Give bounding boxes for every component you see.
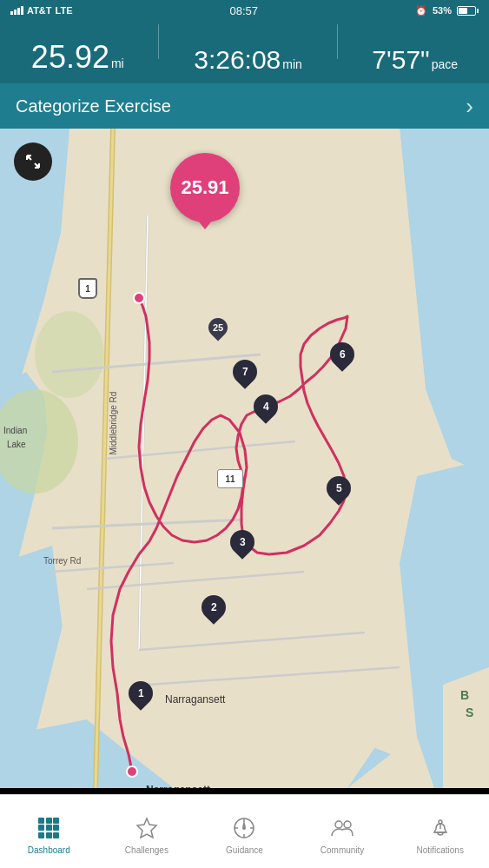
signal-bar-3 bbox=[17, 8, 20, 15]
stat-divider-2 bbox=[337, 24, 338, 59]
categorize-header[interactable]: Categorize Exercise › bbox=[0, 83, 489, 129]
status-right: ⏰ 53% bbox=[415, 5, 479, 17]
svg-point-29 bbox=[335, 821, 342, 828]
challenges-icon bbox=[135, 816, 159, 840]
distance-stat: 25.92mi bbox=[31, 42, 124, 73]
notifications-label: Notifications bbox=[416, 845, 463, 855]
highway-shield: 1 bbox=[78, 278, 97, 299]
svg-marker-21 bbox=[137, 818, 156, 838]
duration-unit: min bbox=[282, 57, 302, 71]
signal-bars bbox=[10, 6, 23, 15]
svg-point-1 bbox=[35, 311, 104, 398]
distance-bubble: 25.91 bbox=[170, 153, 240, 222]
battery-icon bbox=[457, 6, 479, 16]
dashboard-label: Dashboard bbox=[28, 845, 70, 855]
categorize-chevron: › bbox=[466, 93, 473, 120]
nav-item-notifications[interactable]: Notifications bbox=[391, 795, 489, 868]
duration-stat: 3:26:08min bbox=[194, 47, 302, 73]
battery-percent: 53% bbox=[433, 5, 452, 16]
community-icon bbox=[330, 816, 354, 840]
alarm-icon: ⏰ bbox=[415, 5, 427, 17]
status-left: AT&T LTE bbox=[10, 5, 72, 16]
stats-bar: 25.92mi 3:26:08min 7'57"pace bbox=[0, 21, 489, 83]
status-bar: AT&T LTE 08:57 ⏰ 53% bbox=[0, 0, 489, 21]
svg-point-30 bbox=[344, 821, 351, 828]
challenges-label: Challenges bbox=[125, 845, 169, 855]
bottom-nav: Dashboard Challenges Guidance bbox=[0, 794, 489, 868]
nav-item-dashboard[interactable]: Dashboard bbox=[0, 795, 98, 868]
guidance-label: Guidance bbox=[226, 845, 263, 855]
signal-bar-4 bbox=[21, 6, 23, 15]
collapse-button[interactable] bbox=[14, 142, 52, 181]
pace-value: 7'57" bbox=[372, 45, 429, 74]
svg-marker-28 bbox=[242, 820, 246, 827]
nav-item-community[interactable]: Community bbox=[294, 795, 392, 868]
notifications-icon bbox=[428, 816, 453, 840]
pace-stat: 7'57"pace bbox=[372, 47, 458, 73]
svg-point-14 bbox=[134, 293, 144, 303]
network-label: LTE bbox=[56, 5, 73, 16]
bubble-distance: 25.91 bbox=[181, 176, 228, 199]
distance-unit: mi bbox=[111, 56, 124, 70]
stat-divider-1 bbox=[158, 24, 159, 59]
map-svg bbox=[0, 129, 489, 788]
categorize-title: Categorize Exercise bbox=[16, 96, 171, 116]
svg-point-13 bbox=[127, 766, 137, 777]
carrier-label: AT&T bbox=[27, 5, 52, 16]
signal-bar-2 bbox=[14, 10, 17, 15]
road-marker: 11 bbox=[217, 469, 243, 488]
map-area: 25.91 1 11 1 2 3 4 5 6 7 25 Middlebridge… bbox=[0, 129, 489, 788]
signal-bar-1 bbox=[10, 11, 13, 15]
pace-unit: pace bbox=[432, 57, 458, 71]
nav-item-guidance[interactable]: Guidance bbox=[195, 795, 294, 868]
duration-value: 3:26:08 bbox=[194, 45, 281, 74]
guidance-icon bbox=[232, 816, 256, 840]
dashboard-icon bbox=[36, 816, 61, 840]
nav-item-challenges[interactable]: Challenges bbox=[98, 795, 196, 868]
community-label: Community bbox=[320, 845, 365, 855]
time-display: 08:57 bbox=[229, 4, 258, 17]
distance-value: 25.92 bbox=[31, 39, 109, 75]
